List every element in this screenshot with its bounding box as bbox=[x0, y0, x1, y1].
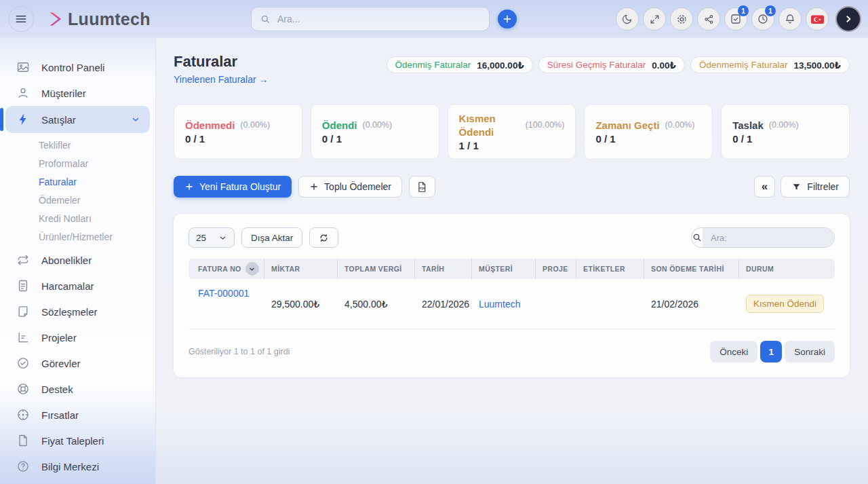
sidebar-item-destek[interactable]: Destek bbox=[0, 376, 155, 402]
bulk-payments-button[interactable]: Toplu Ödemeler bbox=[298, 176, 402, 198]
button-label: Yeni Fatura Oluştur bbox=[199, 181, 281, 192]
table-search-input[interactable] bbox=[703, 228, 835, 247]
card-count: 0 / 1 bbox=[185, 133, 291, 145]
sidebar-subitem-urunler-hizmetler[interactable]: Ürünler/Hizmetler bbox=[0, 227, 155, 246]
search-icon bbox=[260, 14, 271, 25]
subitem-label: Faturalar bbox=[39, 176, 77, 187]
share-button[interactable] bbox=[697, 7, 720, 31]
contract-icon bbox=[16, 305, 30, 318]
invoice-number-link[interactable]: FAT-000001 bbox=[198, 288, 249, 299]
badge-value: 16,000.00₺ bbox=[477, 60, 524, 71]
logo[interactable]: Luumtech bbox=[45, 10, 151, 29]
recurring-invoices-link[interactable]: Yinelenen Faturalar → bbox=[174, 74, 269, 85]
turkish-flag-icon bbox=[810, 12, 825, 26]
sidebar-subitem-teklifler[interactable]: Teklifler bbox=[0, 136, 155, 154]
col-toplam-vergi[interactable]: TOPLAM VERGİ bbox=[338, 259, 415, 279]
quick-add-button[interactable] bbox=[498, 10, 517, 29]
export-button[interactable]: Dışa Aktar bbox=[241, 227, 302, 248]
col-fatura-no[interactable]: FATURA NO bbox=[189, 259, 264, 279]
due-date-cell: 21/02/2026 bbox=[644, 279, 739, 329]
plus-icon bbox=[502, 14, 513, 24]
badge-label: Ödenmiş Faturalar bbox=[395, 60, 471, 70]
customer-link[interactable]: Luumtech bbox=[479, 299, 520, 310]
card-label: Zamanı Geçti bbox=[595, 119, 659, 132]
col-proje[interactable]: PROJE bbox=[536, 259, 576, 279]
status-card-taslak[interactable]: Taslak (0.00%) 0 / 1 bbox=[721, 104, 850, 160]
page-size-select[interactable]: 25 bbox=[189, 227, 235, 248]
hamburger-menu-button[interactable] bbox=[8, 6, 34, 32]
status-card-kismen-odendi[interactable]: Kısmen Ödendi (100.00%) 1 / 1 bbox=[448, 104, 576, 160]
previous-page-button[interactable]: Önceki bbox=[710, 341, 757, 362]
language-button[interactable] bbox=[806, 7, 829, 31]
card-percent: (100.00%) bbox=[526, 119, 565, 130]
status-card-zamani-gecti[interactable]: Zamanı Geçti (0.00%) 0 / 1 bbox=[584, 104, 713, 160]
pdf-file-icon: PDF bbox=[416, 181, 428, 193]
sidebar-item-musteriler[interactable]: Müşteriler bbox=[0, 80, 155, 106]
sidebar-item-label: Fiyat Talepleri bbox=[41, 435, 104, 447]
col-miktar[interactable]: MİKTAR bbox=[264, 259, 338, 279]
reminders-button[interactable]: 1 bbox=[751, 7, 774, 31]
sidebar-item-projeler[interactable]: Projeler bbox=[0, 324, 155, 350]
global-search-input[interactable] bbox=[277, 14, 481, 24]
sidebar-item-harcamalar[interactable]: Harcamalar bbox=[0, 273, 155, 299]
overdue-invoices-badge: Süresi Geçmiş Faturalar 0.00₺ bbox=[538, 56, 685, 73]
invoices-table-card: 25 Dışa Aktar bbox=[174, 214, 850, 377]
gear-icon bbox=[675, 13, 688, 26]
next-page-button[interactable]: Sonraki bbox=[785, 341, 835, 362]
fullscreen-button[interactable] bbox=[643, 7, 666, 31]
sidebar-item-gorevler[interactable]: Görevler bbox=[0, 350, 155, 376]
col-musteri[interactable]: MÜŞTERİ bbox=[472, 259, 536, 279]
sidebar-item-satislar[interactable]: Satışlar bbox=[5, 106, 150, 133]
sort-chevron-icon[interactable] bbox=[245, 262, 259, 276]
settings-button[interactable] bbox=[670, 7, 693, 31]
topbar: Luumtech 1 1 bbox=[0, 0, 868, 38]
refresh-button[interactable] bbox=[309, 227, 338, 248]
sidebar-subitem-faturalar[interactable]: Faturalar bbox=[0, 172, 155, 191]
amount-cell: 29,500.00₺ bbox=[264, 279, 338, 329]
sidebar: Kontrol Paneli Müşteriler Satışlar Tekli… bbox=[0, 38, 156, 484]
sidebar-item-label: Harcamalar bbox=[41, 280, 94, 292]
user-avatar-button[interactable] bbox=[835, 6, 861, 32]
col-son-odeme-tarihi[interactable]: SON ÖDEME TARİHİ bbox=[644, 259, 739, 279]
status-card-odendi[interactable]: Ödendi (0.00%) 0 / 1 bbox=[311, 104, 439, 160]
sidebar-item-abonelikler[interactable]: Abonelikler bbox=[0, 247, 155, 273]
card-label: Kısmen Ödendi bbox=[459, 112, 520, 138]
plus-icon bbox=[184, 182, 194, 191]
button-label: Filtreler bbox=[807, 181, 839, 192]
projects-icon bbox=[16, 331, 30, 344]
sidebar-subitem-proformalar[interactable]: Proformalar bbox=[0, 154, 155, 172]
sidebar-item-firsatlar[interactable]: Fırsatlar bbox=[0, 402, 155, 428]
target-icon bbox=[16, 408, 30, 422]
sidebar-item-label: Projeler bbox=[41, 332, 77, 343]
sidebar-item-bilgi-merkezi[interactable]: Bilgi Merkezi bbox=[0, 453, 155, 479]
unpaid-invoices-badge: Ödenmemiş Faturalar 13,500.00₺ bbox=[690, 56, 850, 73]
col-durum[interactable]: DURUM bbox=[739, 259, 835, 279]
chevron-down-icon bbox=[218, 234, 227, 242]
tasks-button[interactable]: 1 bbox=[724, 7, 747, 31]
logo-text: Luumtech bbox=[68, 10, 151, 29]
table-row[interactable]: FAT-000001 29,500.00₺ 4,500.00₺ 22/01/20… bbox=[189, 279, 835, 329]
global-search[interactable] bbox=[251, 7, 490, 31]
sidebar-item-partial[interactable] bbox=[0, 479, 155, 484]
sidebar-item-fiyat-talepleri[interactable]: Fiyat Talepleri bbox=[0, 428, 155, 453]
export-pdf-button[interactable]: PDF bbox=[409, 176, 435, 198]
sidebar-subitem-kredi-notlari[interactable]: Kredi Notları bbox=[0, 209, 155, 227]
col-tarih[interactable]: TARİH bbox=[415, 259, 472, 279]
table-search[interactable] bbox=[691, 227, 835, 248]
status-badge: Kısmen Ödendi bbox=[746, 295, 824, 313]
dashboard-icon bbox=[16, 60, 30, 74]
notifications-button[interactable] bbox=[778, 7, 802, 31]
sidebar-subitem-odemeler[interactable]: Ödemeler bbox=[0, 191, 155, 209]
sidebar-item-kontrol-paneli[interactable]: Kontrol Paneli bbox=[0, 54, 155, 80]
current-page-button[interactable]: 1 bbox=[760, 341, 782, 362]
dark-mode-button[interactable] bbox=[616, 7, 639, 31]
new-invoice-button[interactable]: Yeni Fatura Oluştur bbox=[174, 176, 292, 198]
sidebar-item-sozlesmeler[interactable]: Sözleşmeler bbox=[0, 299, 155, 324]
logo-chevron-icon bbox=[45, 10, 62, 28]
badge-label: Ödenmemiş Faturalar bbox=[699, 60, 788, 70]
sales-submenu: Teklifler Proformalar Faturalar Ödemeler… bbox=[0, 136, 155, 246]
filters-button[interactable]: Filtreler bbox=[781, 176, 850, 198]
status-card-odenmedi[interactable]: Ödenmedi (0.00%) 0 / 1 bbox=[174, 104, 302, 160]
collapse-summary-button[interactable]: « bbox=[754, 176, 775, 198]
col-etiketler[interactable]: ETİKETLER bbox=[576, 259, 644, 279]
